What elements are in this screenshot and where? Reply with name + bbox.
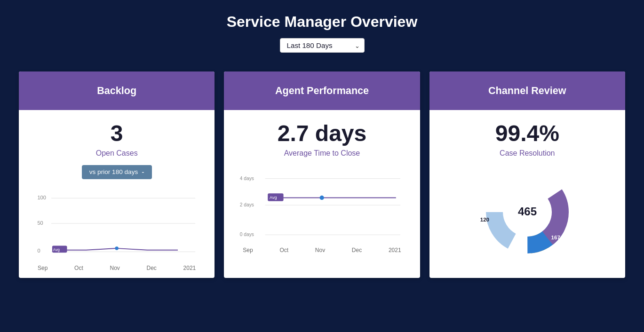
backlog-label: Open Cases — [28, 149, 205, 158]
backlog-metric: 3 — [28, 121, 205, 146]
channel-review-label: Case Resolution — [439, 149, 616, 158]
channel-review-card: Channel Review 99.4% Case Resolution — [429, 71, 625, 278]
agent-performance-body: 2.7 days Average Time to Close 4 days 2 … — [224, 110, 420, 260]
backlog-chart-svg: 100 50 0 Avg — [34, 187, 199, 262]
donut-center-value: 465 — [518, 205, 537, 218]
date-range-select[interactable]: Last 30 Days Last 90 Days Last 180 Days … — [280, 38, 365, 53]
agent-performance-x-labels: Sep Oct Nov Dec 2021 — [239, 247, 405, 253]
channel-review-metric: 99.4% — [439, 121, 616, 146]
agent-performance-metric: 2.7 days — [233, 121, 410, 146]
channel-review-body: 99.4% Case Resolution — [429, 110, 625, 264]
svg-text:2 days: 2 days — [240, 202, 254, 207]
agent-performance-label: Average Time to Close — [233, 149, 410, 158]
svg-point-18 — [320, 196, 324, 200]
svg-text:50: 50 — [37, 220, 43, 226]
agent-performance-chart-svg: 4 days 2 days 0 days Avg — [239, 169, 405, 244]
vs-badge: vs prior 180 days - — [82, 165, 152, 179]
backlog-chart: 100 50 0 Avg Sep Oct — [28, 183, 205, 273]
badge-row: vs prior 180 days - — [28, 165, 205, 179]
agent-performance-chart: 4 days 2 days 0 days Avg Sep — [233, 165, 410, 255]
donut-label-120-left: 120 — [480, 217, 489, 222]
backlog-card-header: Backlog — [19, 71, 215, 110]
date-range-dropdown-container[interactable]: Last 30 Days Last 90 Days Last 180 Days … — [280, 38, 365, 53]
donut-label-167: 167 — [551, 235, 560, 240]
svg-text:4 days: 4 days — [240, 176, 254, 181]
page-header: Service Manager Overview Last 30 Days La… — [0, 0, 644, 62]
vs-badge-value: - — [142, 168, 144, 176]
page-title: Service Manager Overview — [9, 13, 635, 31]
donut-label-120-right: 120 — [561, 182, 570, 188]
agent-performance-card: Agent Performance 2.7 days Average Time … — [224, 71, 420, 278]
svg-text:100: 100 — [37, 195, 46, 200]
backlog-card: Backlog 3 Open Cases vs prior 180 days -… — [19, 71, 215, 278]
svg-text:Avg: Avg — [53, 247, 60, 252]
channel-review-header: Channel Review — [429, 71, 625, 110]
donut-chart-svg: 465 — [480, 165, 574, 259]
vs-badge-text: vs prior 180 days — [89, 168, 138, 175]
svg-point-8 — [115, 246, 118, 250]
svg-text:0 days: 0 days — [240, 232, 254, 237]
donut-chart-container: 465 55 120 167 120 — [480, 165, 574, 259]
svg-text:0: 0 — [37, 248, 40, 253]
svg-text:Avg: Avg — [270, 195, 277, 200]
cards-container: Backlog 3 Open Cases vs prior 180 days -… — [0, 62, 644, 287]
agent-performance-header: Agent Performance — [224, 71, 420, 110]
donut-label-55: 55 — [515, 179, 521, 185]
backlog-card-body: 3 Open Cases vs prior 180 days - 100 50 … — [19, 110, 215, 278]
backlog-x-labels: Sep Oct Nov Dec 2021 — [34, 265, 199, 271]
